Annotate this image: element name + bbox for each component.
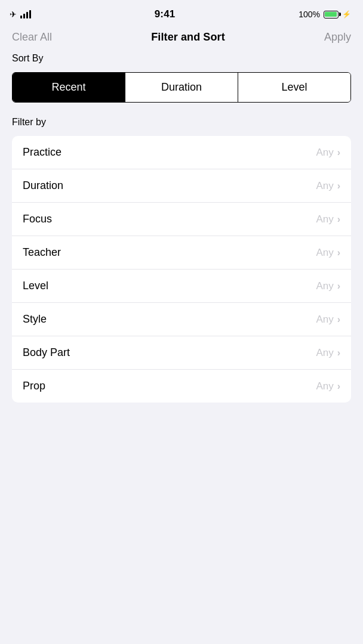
sort-by-label: Sort By — [12, 53, 351, 64]
filter-list: Practice Any › Duration Any › Focus Any … — [12, 136, 351, 402]
filter-focus-label: Focus — [23, 213, 52, 225]
filter-practice-value: Any — [316, 147, 333, 159]
chevron-right-icon: › — [337, 248, 340, 258]
filter-style-item[interactable]: Style Any › — [12, 303, 351, 336]
sort-level-button[interactable]: Level — [238, 73, 350, 102]
filter-focus-right: Any › — [316, 213, 340, 225]
filter-practice-right: Any › — [316, 147, 340, 159]
filter-by-section: Filter by Practice Any › Duration Any › … — [0, 117, 363, 402]
chevron-right-icon: › — [337, 382, 340, 391]
sort-buttons-group: Recent Duration Level — [12, 72, 351, 103]
filter-prop-right: Any › — [316, 380, 340, 392]
filter-style-label: Style — [23, 313, 47, 326]
chevron-right-icon: › — [337, 215, 340, 224]
status-right: 100% ⚡ — [299, 10, 351, 19]
filter-duration-item[interactable]: Duration Any › — [12, 169, 351, 203]
filter-duration-right: Any › — [316, 180, 340, 192]
charging-icon: ⚡ — [342, 10, 351, 18]
filter-prop-item[interactable]: Prop Any › — [12, 370, 351, 402]
filter-bodypart-right: Any › — [316, 347, 340, 359]
filter-level-value: Any — [316, 280, 333, 292]
filter-duration-label: Duration — [23, 179, 63, 192]
filter-teacher-item[interactable]: Teacher Any › — [12, 236, 351, 270]
apply-button[interactable]: Apply — [324, 31, 351, 44]
chevron-right-icon: › — [337, 315, 340, 324]
status-bar: ✈ 9:41 100% ⚡ — [0, 0, 363, 26]
battery-icon — [324, 11, 339, 18]
signal-bars — [20, 10, 31, 18]
filter-focus-value: Any — [316, 213, 333, 225]
chevron-right-icon: › — [337, 181, 340, 191]
filter-level-right: Any › — [316, 280, 340, 292]
chevron-right-icon: › — [337, 281, 340, 291]
filter-focus-item[interactable]: Focus Any › — [12, 203, 351, 236]
filter-teacher-label: Teacher — [23, 246, 61, 259]
page-title: Filter and Sort — [151, 31, 225, 44]
filter-bodypart-value: Any — [316, 347, 333, 359]
airplane-icon: ✈ — [10, 10, 17, 19]
filter-prop-label: Prop — [23, 380, 45, 392]
sort-duration-button[interactable]: Duration — [125, 73, 238, 102]
sort-recent-button[interactable]: Recent — [13, 73, 125, 102]
nav-bar: Clear All Filter and Sort Apply — [0, 26, 363, 53]
filter-bodypart-label: Body Part — [23, 346, 70, 359]
filter-level-label: Level — [23, 280, 48, 292]
sort-by-section: Sort By Recent Duration Level — [0, 53, 363, 103]
filter-by-label: Filter by — [12, 117, 351, 128]
battery-percent: 100% — [299, 10, 320, 19]
status-left: ✈ — [10, 10, 31, 19]
filter-level-item[interactable]: Level Any › — [12, 270, 351, 303]
chevron-right-icon: › — [337, 348, 340, 358]
filter-style-right: Any › — [316, 314, 340, 326]
filter-prop-value: Any — [316, 380, 333, 392]
chevron-right-icon: › — [337, 148, 340, 157]
filter-practice-item[interactable]: Practice Any › — [12, 136, 351, 169]
status-time: 9:41 — [155, 8, 176, 20]
filter-style-value: Any — [316, 314, 333, 326]
filter-bodypart-item[interactable]: Body Part Any › — [12, 336, 351, 370]
filter-practice-label: Practice — [23, 146, 61, 159]
filter-duration-value: Any — [316, 180, 333, 192]
filter-teacher-right: Any › — [316, 247, 340, 259]
battery-container — [324, 11, 339, 18]
clear-all-button[interactable]: Clear All — [12, 31, 52, 44]
filter-teacher-value: Any — [316, 247, 333, 259]
